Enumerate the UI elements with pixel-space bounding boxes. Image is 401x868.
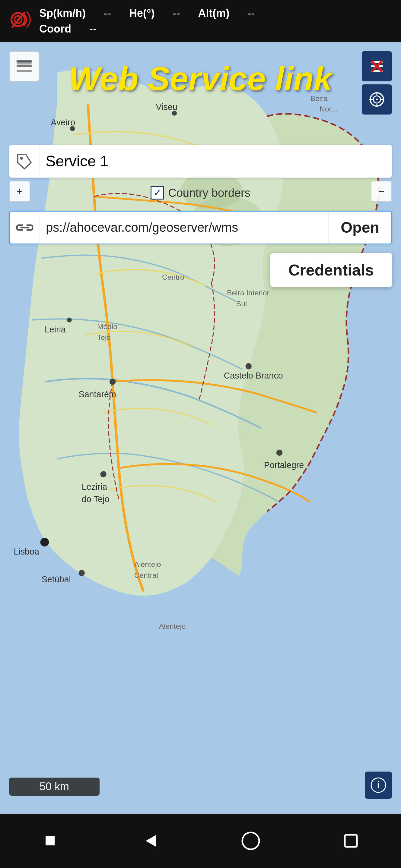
nav-recent-button[interactable] bbox=[339, 829, 363, 853]
svg-point-13 bbox=[40, 538, 49, 547]
open-button[interactable]: Open bbox=[328, 212, 391, 244]
zoom-out-button[interactable]: − bbox=[371, 181, 392, 202]
coord-value: -- bbox=[89, 23, 96, 35]
svg-point-15 bbox=[245, 363, 251, 369]
country-borders-checkbox-group[interactable]: ✓ Country borders bbox=[150, 186, 250, 199]
map-container[interactable]: Aveiro Viseu Coimbra Leiria Santarém Lez… bbox=[0, 42, 401, 814]
svg-point-57 bbox=[20, 157, 23, 160]
svg-point-14 bbox=[79, 570, 85, 576]
tag-icon bbox=[9, 145, 39, 178]
svg-rect-61 bbox=[46, 836, 55, 845]
status-bar: Sp(km/h) -- He(°) -- Alt(m) -- Coord -- bbox=[0, 0, 401, 42]
service-name-input[interactable] bbox=[39, 145, 392, 178]
altitude-value: -- bbox=[248, 7, 255, 20]
checkbox-check-icon: ✓ bbox=[153, 187, 162, 198]
nav-back-button[interactable] bbox=[138, 829, 162, 853]
info-button[interactable]: i bbox=[365, 772, 392, 799]
altitude-label: Alt(m) bbox=[198, 7, 229, 20]
credentials-button[interactable]: Credentials bbox=[270, 253, 392, 287]
svg-rect-64 bbox=[345, 835, 357, 847]
gps-icon bbox=[9, 9, 33, 33]
svg-point-10 bbox=[67, 317, 72, 322]
svg-point-11 bbox=[110, 378, 116, 384]
svg-point-8 bbox=[172, 111, 177, 116]
zoom-out-icon: − bbox=[378, 185, 384, 198]
url-row[interactable]: Open bbox=[9, 211, 392, 244]
status-row-1: Sp(km/h) -- He(°) -- Alt(m) -- bbox=[39, 7, 255, 20]
zoom-in-button[interactable]: + bbox=[9, 181, 30, 202]
svg-point-7 bbox=[70, 126, 75, 131]
svg-text:i: i bbox=[377, 780, 379, 789]
nav-stop-button[interactable] bbox=[38, 829, 62, 853]
svg-rect-42 bbox=[17, 70, 32, 72]
zoom-in-icon: + bbox=[16, 185, 23, 198]
heading-label: He(°) bbox=[129, 7, 154, 20]
layers-button[interactable] bbox=[9, 51, 39, 82]
nav-bar bbox=[0, 814, 401, 868]
svg-point-52 bbox=[376, 98, 378, 100]
country-borders-label: Country borders bbox=[168, 187, 250, 199]
coord-label: Coord bbox=[39, 23, 71, 35]
link-icon bbox=[10, 212, 40, 244]
target-button[interactable] bbox=[362, 84, 392, 115]
svg-rect-44 bbox=[17, 63, 32, 65]
speed-value: -- bbox=[104, 7, 111, 20]
url-input[interactable] bbox=[40, 212, 328, 244]
nav-home-button[interactable] bbox=[239, 829, 263, 853]
country-borders-row[interactable]: ✓ Country borders bbox=[36, 181, 365, 205]
svg-marker-62 bbox=[146, 835, 156, 847]
svg-point-16 bbox=[277, 450, 282, 456]
svg-point-63 bbox=[242, 832, 259, 849]
close-button[interactable] bbox=[362, 51, 392, 82]
heading-value: -- bbox=[173, 7, 180, 20]
status-metrics: Sp(km/h) -- He(°) -- Alt(m) -- Coord -- bbox=[39, 7, 255, 35]
svg-point-12 bbox=[100, 471, 106, 477]
status-row-2: Coord -- bbox=[39, 23, 255, 35]
speed-label: Sp(km/h) bbox=[39, 7, 86, 20]
svg-rect-41 bbox=[17, 65, 32, 67]
service-name-row[interactable] bbox=[9, 145, 392, 178]
country-borders-checkbox[interactable]: ✓ bbox=[150, 186, 164, 199]
